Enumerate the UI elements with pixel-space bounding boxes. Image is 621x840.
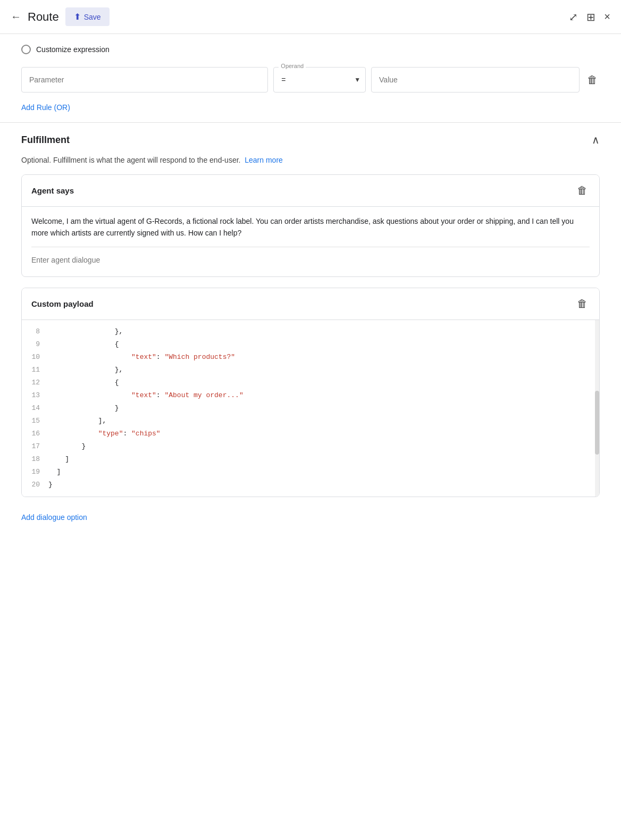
- line-number: 15: [22, 415, 48, 427]
- line-content: }: [48, 441, 86, 452]
- delete-payload-button[interactable]: 🗑: [575, 296, 590, 312]
- code-line: 18 ]: [22, 453, 599, 466]
- code-line: 8 },: [22, 325, 599, 338]
- operand-label: Operand: [279, 63, 306, 69]
- code-line: 11 },: [22, 364, 599, 376]
- header: ← Route ⬆ Save ⤢ ⊞ ×: [0, 0, 621, 34]
- agent-dialogue-input[interactable]: [31, 247, 590, 268]
- code-line: 17 }: [22, 440, 599, 453]
- code-line: 14 }: [22, 402, 599, 415]
- main-content: Customize expression Operand = != < > ▼ …: [0, 34, 621, 543]
- back-arrow-icon[interactable]: ←: [11, 11, 21, 23]
- customize-expression-radio[interactable]: [21, 45, 31, 54]
- operand-wrapper: Operand = != < > ▼: [273, 67, 366, 93]
- fulfillment-collapse-icon[interactable]: ∧: [592, 133, 600, 146]
- line-content: "text": "Which products?": [48, 351, 235, 363]
- customize-expression-row: Customize expression: [21, 34, 600, 63]
- line-content: ],: [48, 415, 106, 427]
- code-line: 9 {: [22, 338, 599, 351]
- code-scrollbar[interactable]: [595, 320, 599, 497]
- code-line: 16 "type": "chips": [22, 427, 599, 440]
- fulfillment-section-header: Fulfillment ∧: [21, 133, 600, 146]
- code-line: 15 ],: [22, 415, 599, 427]
- fullscreen-icon[interactable]: ⤢: [569, 11, 578, 23]
- save-upload-icon: ⬆: [74, 12, 81, 22]
- agent-says-title: Agent says: [31, 186, 74, 195]
- line-content: ]: [48, 466, 61, 478]
- fulfillment-description: Optional. Fulfillment is what the agent …: [21, 155, 600, 166]
- line-number: 16: [22, 428, 48, 440]
- custom-payload-title: Custom payload: [31, 299, 94, 308]
- line-number: 17: [22, 441, 48, 452]
- code-editor-wrapper: 8 },9 {10 "text": "Which products?"11 },…: [22, 320, 599, 497]
- line-number: 8: [22, 326, 48, 338]
- expand-icon[interactable]: ⊞: [586, 11, 595, 23]
- line-number: 9: [22, 339, 48, 350]
- line-content: {: [48, 339, 119, 350]
- delete-rule-button[interactable]: 🗑: [585, 72, 600, 88]
- header-right: ⤢ ⊞ ×: [569, 11, 610, 23]
- delete-agent-says-button[interactable]: 🗑: [575, 182, 590, 199]
- line-number: 20: [22, 479, 48, 491]
- code-line: 10 "text": "Which products?": [22, 351, 599, 364]
- code-editor[interactable]: 8 },9 {10 "text": "Which products?"11 },…: [22, 320, 599, 497]
- operand-select[interactable]: = != < >: [273, 67, 366, 93]
- line-content: }: [48, 479, 53, 491]
- fulfillment-desc-text: Optional. Fulfillment is what the agent …: [21, 156, 240, 164]
- add-dialogue-option-link[interactable]: Add dialogue option: [21, 508, 87, 532]
- agent-dialogue-text: Welcome, I am the virtual agent of G-Rec…: [31, 215, 590, 239]
- line-number: 18: [22, 453, 48, 465]
- code-line: 13 "text": "About my order...": [22, 389, 599, 402]
- fulfillment-section: Fulfillment ∧ Optional. Fulfillment is w…: [21, 123, 600, 543]
- fulfillment-title: Fulfillment: [21, 135, 70, 146]
- save-button[interactable]: ⬆ Save: [65, 7, 110, 26]
- agent-says-card-body: Welcome, I am the virtual agent of G-Rec…: [22, 207, 599, 276]
- close-icon[interactable]: ×: [604, 11, 610, 23]
- parameter-input[interactable]: [21, 67, 268, 93]
- line-content: "type": "chips": [48, 428, 161, 440]
- line-content: }: [48, 402, 119, 414]
- line-content: "text": "About my order...": [48, 390, 244, 401]
- code-line: 19 ]: [22, 466, 599, 478]
- line-number: 11: [22, 364, 48, 376]
- line-content: ]: [48, 453, 69, 465]
- line-content: },: [48, 364, 123, 376]
- agent-says-card: Agent says 🗑 Welcome, I am the virtual a…: [21, 174, 600, 277]
- save-label: Save: [84, 13, 101, 21]
- learn-more-link[interactable]: Learn more: [245, 156, 283, 164]
- page-title: Route: [28, 10, 59, 24]
- code-line: 20}: [22, 478, 599, 491]
- value-input[interactable]: [371, 67, 580, 93]
- line-number: 14: [22, 402, 48, 414]
- custom-payload-card: Custom payload 🗑 8 },9 {10 "text": "Whic…: [21, 288, 600, 497]
- line-number: 10: [22, 351, 48, 363]
- line-number: 13: [22, 390, 48, 401]
- custom-payload-header: Custom payload 🗑: [22, 288, 599, 320]
- customize-expression-label: Customize expression: [36, 45, 110, 54]
- line-content: },: [48, 326, 123, 338]
- line-content: {: [48, 377, 119, 389]
- agent-says-card-header: Agent says 🗑: [22, 175, 599, 207]
- code-line: 12 {: [22, 376, 599, 389]
- add-rule-link[interactable]: Add Rule (OR): [21, 99, 70, 122]
- line-number: 19: [22, 466, 48, 478]
- header-left: ← Route ⬆ Save: [11, 7, 569, 26]
- rule-row: Operand = != < > ▼ 🗑: [21, 63, 600, 99]
- code-scrollbar-thumb: [595, 391, 599, 455]
- line-number: 12: [22, 377, 48, 389]
